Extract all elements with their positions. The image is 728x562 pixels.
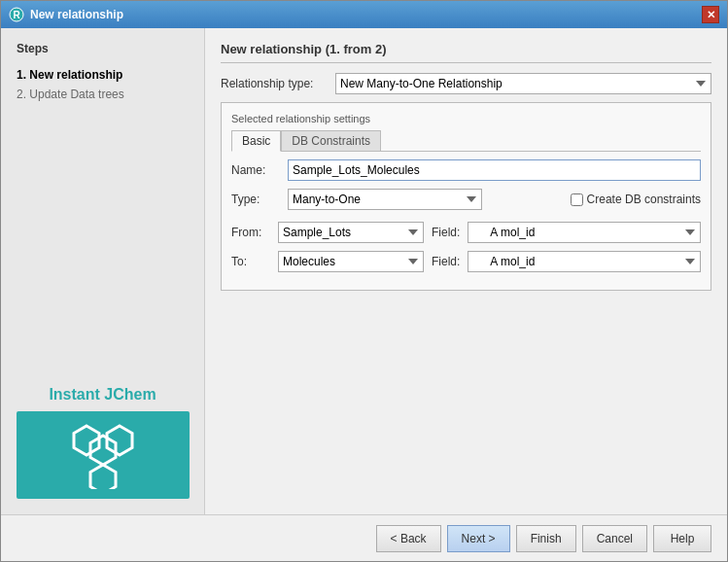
dialog-footer: < Back Next > Finish Cancel Help [1, 514, 727, 561]
step-1-number: 1. [17, 68, 26, 82]
dialog: R New relationship ✕ Steps 1. New relati… [0, 0, 728, 562]
settings-box: Selected relationship settings Basic DB … [221, 102, 711, 291]
name-input[interactable] [288, 159, 701, 181]
type-select[interactable]: Many-to-One One-to-Many One-to-One [288, 189, 482, 210]
from-row: From: Sample_Lots Field: A mol_id [231, 222, 701, 243]
title-bar: R New relationship ✕ [1, 1, 727, 28]
relationship-type-label: Relationship type: [221, 77, 328, 90]
relationship-type-select[interactable]: New Many-to-One Relationship New One-to-… [335, 73, 711, 94]
from-field-label: Field: [432, 226, 460, 239]
svg-text:R: R [13, 10, 20, 20]
tab-basic[interactable]: Basic [231, 130, 281, 152]
close-button[interactable]: ✕ [702, 6, 719, 23]
svg-marker-5 [90, 465, 116, 489]
title-bar-left: R New relationship [9, 7, 123, 22]
steps-label: Steps [17, 42, 189, 55]
from-field-select[interactable]: A mol_id [468, 222, 701, 243]
dialog-title: New relationship [30, 8, 123, 21]
brand-logo [17, 411, 190, 499]
relationship-type-row: Relationship type: New Many-to-One Relat… [221, 73, 711, 94]
help-button[interactable]: Help [653, 525, 711, 552]
main-content: New relationship (1. from 2) Relationshi… [205, 28, 727, 514]
next-button[interactable]: Next > [447, 525, 510, 552]
step-1-label: New relationship [29, 68, 122, 82]
main-title: New relationship (1. from 2) [221, 42, 711, 63]
from-table-select[interactable]: Sample_Lots [278, 222, 424, 243]
step-1: 1. New relationship [17, 65, 189, 85]
settings-label: Selected relationship settings [231, 113, 701, 124]
finish-button[interactable]: Finish [516, 525, 576, 552]
to-table-select[interactable]: Molecules [278, 251, 424, 272]
to-label: To: [231, 255, 270, 268]
create-db-constraints-checkbox[interactable] [571, 193, 583, 206]
to-row: To: Molecules Field: A mol_id [231, 251, 701, 272]
tabs: Basic DB Constraints [231, 130, 701, 152]
step-2-label: Update Data trees [29, 88, 123, 101]
cancel-button[interactable]: Cancel [582, 525, 647, 552]
brand-name: Instant JChem [17, 386, 189, 404]
create-db-constraints-label: Create DB constraints [571, 193, 701, 206]
to-field-select[interactable]: A mol_id [468, 251, 701, 272]
to-field-label: Field: [432, 255, 460, 268]
back-button[interactable]: < Back [376, 525, 441, 552]
from-label: From: [231, 226, 270, 239]
sidebar-steps: Steps 1. New relationship 2. Update Data… [1, 28, 204, 370]
brand-icon [69, 421, 137, 489]
type-label: Type: [231, 193, 280, 206]
step-2: 2. Update Data trees [17, 85, 189, 104]
step-2-number: 2. [17, 88, 26, 101]
tab-db-constraints[interactable]: DB Constraints [281, 130, 381, 151]
sidebar: Steps 1. New relationship 2. Update Data… [1, 28, 205, 514]
dialog-icon: R [9, 7, 24, 22]
sidebar-branding: Instant JChem [1, 370, 204, 514]
name-label: Name: [231, 163, 280, 177]
dialog-body: Steps 1. New relationship 2. Update Data… [1, 28, 727, 514]
name-field-group: Name: [231, 159, 701, 181]
create-db-constraints-text: Create DB constraints [587, 193, 701, 206]
type-field-group: Type: Many-to-One One-to-Many One-to-One… [231, 189, 701, 210]
